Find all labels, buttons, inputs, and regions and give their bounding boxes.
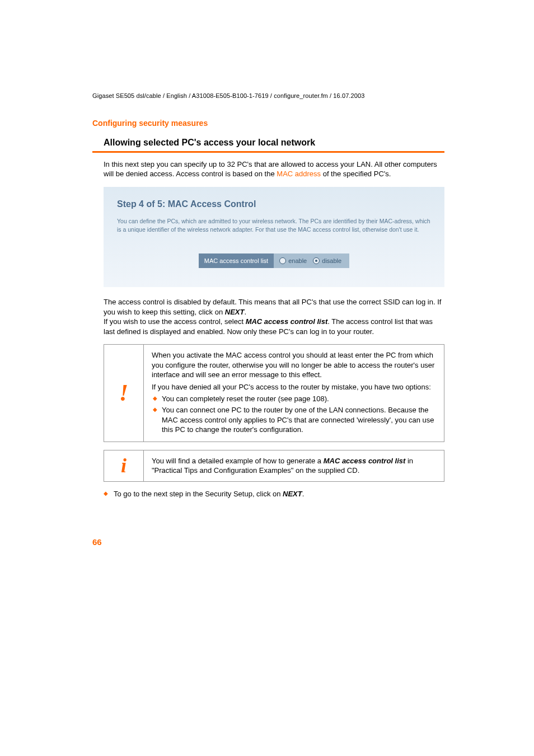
heading-rule	[92, 151, 444, 153]
warning-option-list: You can completely reset the router (see…	[152, 394, 436, 434]
para2-t2: .	[244, 308, 246, 316]
warning-option-2: You can connect one PC to the router by …	[152, 405, 436, 435]
info-content: You will find a detailed example of how …	[144, 450, 444, 481]
screenshot-description: You can define the PCs, which are admitt…	[117, 217, 431, 235]
mac-control-row: MAC access control list enable disable	[117, 253, 431, 268]
mac-control-label: MAC access control list	[199, 253, 274, 268]
post-screenshot-paragraph: The access control is disabled by defaul…	[104, 297, 444, 336]
mac-list-keyword: MAC access control list	[246, 317, 328, 326]
mac-address-link[interactable]: MAC address	[277, 170, 321, 178]
para2-t1: The access control is disabled by defaul…	[104, 298, 441, 316]
intro-paragraph: In this next step you can specify up to …	[104, 159, 444, 179]
next-keyword-2: NEXT	[283, 490, 302, 498]
warning-icon: !	[104, 345, 144, 441]
final-t2: .	[302, 490, 305, 498]
section-title: Configuring security measures	[92, 119, 444, 128]
intro-text-2: of the specified PC's.	[321, 170, 391, 178]
warning-content: When you activate the MAC access control…	[144, 345, 444, 441]
warning-box: ! When you activate the MAC access contr…	[104, 344, 444, 442]
sub-heading: Allowing selected PC's access your local…	[104, 138, 444, 148]
enable-radio[interactable]	[279, 257, 286, 264]
info-icon: i	[104, 450, 144, 481]
document-header-path: Gigaset SE505 dsl/cable / English / A310…	[92, 92, 444, 99]
disable-label: disable	[322, 257, 341, 264]
mac-control-options: enable disable	[274, 253, 349, 268]
info-box: i You will find a detailed example of ho…	[104, 450, 444, 482]
final-t1: To go to the next step in the Security S…	[114, 490, 283, 498]
disable-radio[interactable]	[313, 257, 320, 264]
page-number: 66	[92, 537, 444, 547]
config-screenshot: Step 4 of 5: MAC Access Control You can …	[104, 187, 444, 288]
warning-p1: When you activate the MAC access control…	[152, 350, 436, 380]
warning-p2: If you have denied all your PC's access …	[152, 382, 436, 392]
final-step-bullet: To go to the next step in the Security S…	[104, 490, 444, 498]
para2-t3: If you wish to use the access control, s…	[104, 317, 246, 326]
next-keyword-1: NEXT	[225, 308, 245, 316]
info-mac-keyword: MAC access control list	[324, 457, 406, 465]
screenshot-step-title: Step 4 of 5: MAC Access Control	[117, 199, 431, 209]
enable-label: enable	[288, 257, 307, 264]
info-t1: You will find a detailed example of how …	[152, 457, 324, 465]
warning-option-1: You can completely reset the router (see…	[152, 394, 436, 404]
